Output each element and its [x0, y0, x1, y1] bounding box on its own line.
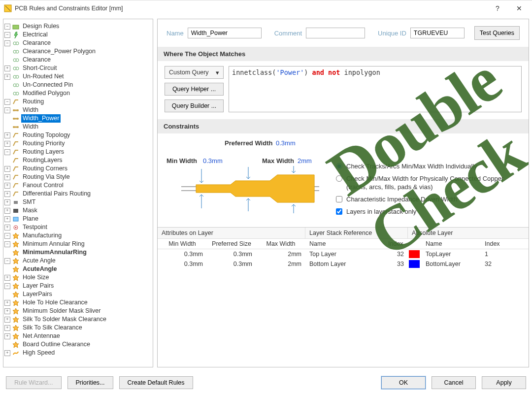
- tree-item[interactable]: Width_Power: [4, 114, 152, 123]
- expand-icon[interactable]: +: [4, 74, 10, 80]
- expand-icon[interactable]: +: [4, 166, 10, 172]
- expand-icon[interactable]: +: [4, 132, 10, 138]
- expand-icon[interactable]: +: [4, 183, 10, 189]
- table-row[interactable]: 0.3mm0.3mm2mmBottom Layer33BottomLayer32: [158, 259, 529, 269]
- uid-input[interactable]: [410, 28, 465, 38]
- expand-icon[interactable]: +: [4, 225, 10, 230]
- cell-maxwidth[interactable]: 2mm: [256, 249, 305, 259]
- tree-item[interactable]: +Silk To Silk Clearance: [4, 324, 152, 332]
- tree-item[interactable]: +Differential Pairs Routing: [4, 190, 152, 198]
- tree-item[interactable]: +Hole To Hole Clearance: [4, 298, 152, 307]
- cancel-button[interactable]: Cancel: [432, 376, 476, 389]
- help-button[interactable]: ?: [487, 1, 508, 15]
- expand-icon[interactable]: +: [4, 317, 10, 323]
- collapse-icon[interactable]: −: [4, 233, 10, 239]
- tree-item[interactable]: +Hole Size: [4, 273, 152, 282]
- expand-icon[interactable]: +: [4, 333, 10, 339]
- rule-wizard-button[interactable]: Rule Wizard...: [6, 376, 62, 389]
- expand-icon[interactable]: +: [4, 191, 10, 197]
- impedance-driven-checkbox[interactable]: Characteristic Impedance Driven Width: [336, 195, 520, 203]
- expand-icon[interactable]: +: [4, 174, 10, 180]
- th-minwidth[interactable]: Min Width: [158, 239, 207, 249]
- th-aname[interactable]: Name: [422, 239, 481, 249]
- match-mode-dropdown[interactable]: Custom Query ▾: [165, 66, 224, 79]
- th-lidx[interactable]: Index: [384, 239, 408, 249]
- radio-icon[interactable]: [336, 175, 342, 182]
- create-default-button[interactable]: Create Default Rules: [119, 376, 193, 389]
- check-individually-radio[interactable]: Check Tracks/Arcs Min/Max Width Individu…: [336, 162, 520, 170]
- tree-item[interactable]: MinimumAnnularRing: [4, 248, 152, 257]
- tree-item[interactable]: +Short-Circuit: [4, 64, 152, 72]
- tree-item[interactable]: −Acute Angle: [4, 257, 152, 265]
- tree-item[interactable]: RoutingLayers: [4, 156, 152, 164]
- apply-button[interactable]: Apply: [482, 376, 526, 389]
- test-queries-button[interactable]: Test Queries: [474, 26, 520, 40]
- check-connected-radio[interactable]: Check Min/Max Width for Physically Conne…: [336, 174, 520, 191]
- tree-item[interactable]: +Mask: [4, 206, 152, 215]
- th-aidx[interactable]: Index: [481, 239, 505, 249]
- rules-tree-panel[interactable]: −Design Rules−Electrical−ClearanceCleara…: [3, 19, 153, 367]
- tree-item[interactable]: LayerPairs: [4, 290, 152, 298]
- checkbox-icon[interactable]: [336, 208, 342, 215]
- tree-item[interactable]: +Fanout Control: [4, 181, 152, 190]
- tree-item[interactable]: +Net Antennae: [4, 332, 152, 340]
- tree-item[interactable]: +Routing Corners: [4, 164, 152, 173]
- collapse-icon[interactable]: −: [4, 258, 10, 264]
- query-textbox[interactable]: innetclass('Power') and not inpolygon: [229, 66, 522, 112]
- tree-item[interactable]: −Routing Layers: [4, 148, 152, 156]
- priorities-button[interactable]: Priorities...: [67, 376, 113, 389]
- tree-item[interactable]: +Routing Priority: [4, 139, 152, 148]
- tree-item[interactable]: +Minimum Solder Mask Sliver: [4, 307, 152, 315]
- tree-item[interactable]: −Routing: [4, 98, 152, 106]
- th-lname[interactable]: Name: [305, 239, 384, 249]
- collapse-icon[interactable]: −: [4, 24, 10, 30]
- tree-item[interactable]: Un-Connected Pin: [4, 81, 152, 89]
- tree-item[interactable]: −Minimum Annular Ring: [4, 240, 152, 248]
- max-width-value[interactable]: 2mm: [298, 157, 312, 164]
- query-builder-button[interactable]: Query Builder ...: [165, 99, 224, 112]
- cell-minwidth[interactable]: 0.3mm: [158, 249, 207, 259]
- tree-item[interactable]: Clearance_Power Polygon: [4, 47, 152, 56]
- cell-prefsize[interactable]: 0.3mm: [207, 259, 256, 269]
- tree-item[interactable]: +Routing Via Style: [4, 173, 152, 181]
- collapse-icon[interactable]: −: [4, 32, 10, 38]
- expand-icon[interactable]: +: [4, 66, 10, 71]
- query-helper-button[interactable]: Query Helper ...: [165, 83, 224, 96]
- tree-item[interactable]: AcuteAngle: [4, 265, 152, 273]
- expand-icon[interactable]: +: [4, 308, 10, 314]
- checkbox-icon[interactable]: [336, 196, 342, 202]
- tree-item[interactable]: +SMT: [4, 198, 152, 206]
- tree-item[interactable]: +Plane: [4, 215, 152, 223]
- tree-item[interactable]: −Design Rules: [4, 22, 152, 31]
- th-prefsize[interactable]: Preferred Size: [207, 239, 256, 249]
- tree-item[interactable]: −Layer Pairs: [4, 282, 152, 290]
- table-row[interactable]: 0.3mm0.3mm2mmTop Layer32TopLayer1: [158, 249, 529, 259]
- min-width-value[interactable]: 0.3mm: [203, 157, 223, 164]
- tree-item[interactable]: −Clearance: [4, 39, 152, 47]
- collapse-icon[interactable]: −: [4, 99, 10, 105]
- tree-item[interactable]: −Width: [4, 106, 152, 114]
- expand-icon[interactable]: +: [4, 275, 10, 281]
- tree-item[interactable]: +Testpoint: [4, 223, 152, 231]
- collapse-icon[interactable]: −: [4, 149, 10, 155]
- tree-item[interactable]: Clearance: [4, 56, 152, 64]
- name-input[interactable]: [188, 28, 262, 38]
- tree-item[interactable]: +Un-Routed Net: [4, 72, 152, 81]
- tree-item[interactable]: +Silk To Solder Mask Clearance: [4, 315, 152, 324]
- cell-maxwidth[interactable]: 2mm: [256, 259, 305, 269]
- tree-item[interactable]: Modified Polygon: [4, 89, 152, 98]
- layerstack-only-checkbox[interactable]: Layers in layerstack only: [336, 207, 520, 216]
- th-maxwidth[interactable]: Max Width: [256, 239, 305, 249]
- expand-icon[interactable]: +: [4, 350, 10, 356]
- tree-item[interactable]: Width: [4, 123, 152, 131]
- tree-item[interactable]: +High Speed: [4, 349, 152, 357]
- radio-icon[interactable]: [336, 163, 342, 169]
- collapse-icon[interactable]: −: [4, 283, 10, 289]
- expand-icon[interactable]: +: [4, 300, 10, 306]
- close-button[interactable]: ✕: [508, 1, 530, 15]
- cell-minwidth[interactable]: 0.3mm: [158, 259, 207, 269]
- tree-item[interactable]: −Electrical: [4, 31, 152, 39]
- pref-width-value[interactable]: 0.3mm: [276, 139, 296, 147]
- collapse-icon[interactable]: −: [4, 107, 10, 113]
- expand-icon[interactable]: +: [4, 325, 10, 331]
